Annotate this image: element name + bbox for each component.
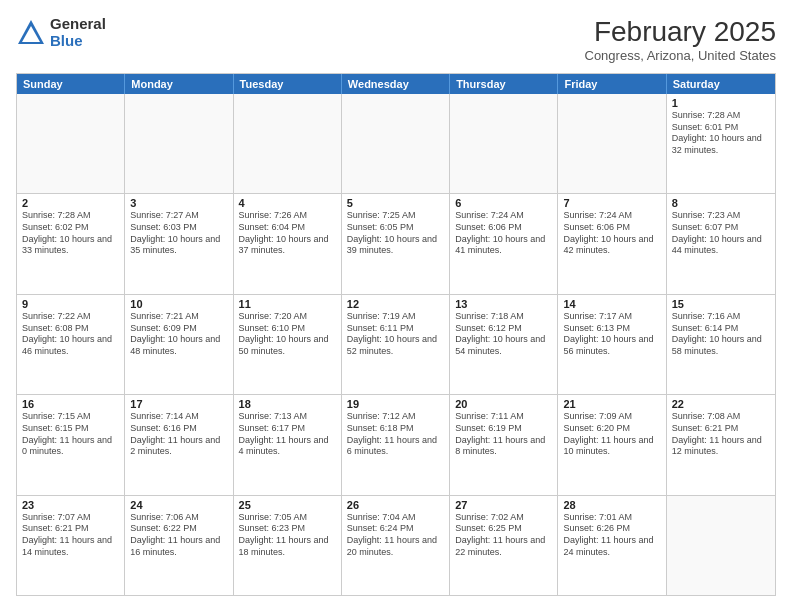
cal-cell-3-2: 18Sunrise: 7:13 AM Sunset: 6:17 PM Dayli… (234, 395, 342, 494)
cal-cell-1-1: 3Sunrise: 7:27 AM Sunset: 6:03 PM Daylig… (125, 194, 233, 293)
cal-cell-4-5: 28Sunrise: 7:01 AM Sunset: 6:26 PM Dayli… (558, 496, 666, 595)
day-num-28: 28 (563, 499, 660, 511)
title-block: February 2025 Congress, Arizona, United … (585, 16, 777, 63)
day-num-16: 16 (22, 398, 119, 410)
day-text-15: Sunrise: 7:16 AM Sunset: 6:14 PM Dayligh… (672, 311, 770, 358)
cal-cell-2-6: 15Sunrise: 7:16 AM Sunset: 6:14 PM Dayli… (667, 295, 775, 394)
day-text-14: Sunrise: 7:17 AM Sunset: 6:13 PM Dayligh… (563, 311, 660, 358)
day-text-28: Sunrise: 7:01 AM Sunset: 6:26 PM Dayligh… (563, 512, 660, 559)
day-num-8: 8 (672, 197, 770, 209)
header-thursday: Thursday (450, 74, 558, 94)
day-num-10: 10 (130, 298, 227, 310)
day-text-20: Sunrise: 7:11 AM Sunset: 6:19 PM Dayligh… (455, 411, 552, 458)
cal-cell-1-6: 8Sunrise: 7:23 AM Sunset: 6:07 PM Daylig… (667, 194, 775, 293)
day-num-26: 26 (347, 499, 444, 511)
header-monday: Monday (125, 74, 233, 94)
cal-cell-0-3 (342, 94, 450, 193)
cal-cell-2-3: 12Sunrise: 7:19 AM Sunset: 6:11 PM Dayli… (342, 295, 450, 394)
day-num-12: 12 (347, 298, 444, 310)
day-num-27: 27 (455, 499, 552, 511)
cal-cell-3-6: 22Sunrise: 7:08 AM Sunset: 6:21 PM Dayli… (667, 395, 775, 494)
day-num-17: 17 (130, 398, 227, 410)
day-num-20: 20 (455, 398, 552, 410)
calendar-body: 1Sunrise: 7:28 AM Sunset: 6:01 PM Daylig… (17, 94, 775, 595)
day-text-9: Sunrise: 7:22 AM Sunset: 6:08 PM Dayligh… (22, 311, 119, 358)
day-num-7: 7 (563, 197, 660, 209)
day-num-24: 24 (130, 499, 227, 511)
day-text-16: Sunrise: 7:15 AM Sunset: 6:15 PM Dayligh… (22, 411, 119, 458)
day-text-26: Sunrise: 7:04 AM Sunset: 6:24 PM Dayligh… (347, 512, 444, 559)
day-num-5: 5 (347, 197, 444, 209)
header-tuesday: Tuesday (234, 74, 342, 94)
day-text-21: Sunrise: 7:09 AM Sunset: 6:20 PM Dayligh… (563, 411, 660, 458)
day-text-3: Sunrise: 7:27 AM Sunset: 6:03 PM Dayligh… (130, 210, 227, 257)
day-text-25: Sunrise: 7:05 AM Sunset: 6:23 PM Dayligh… (239, 512, 336, 559)
day-num-9: 9 (22, 298, 119, 310)
cal-cell-0-5 (558, 94, 666, 193)
week-row-3: 9Sunrise: 7:22 AM Sunset: 6:08 PM Daylig… (17, 294, 775, 394)
day-num-19: 19 (347, 398, 444, 410)
cal-cell-4-1: 24Sunrise: 7:06 AM Sunset: 6:22 PM Dayli… (125, 496, 233, 595)
cal-cell-3-5: 21Sunrise: 7:09 AM Sunset: 6:20 PM Dayli… (558, 395, 666, 494)
day-num-25: 25 (239, 499, 336, 511)
cal-cell-1-2: 4Sunrise: 7:26 AM Sunset: 6:04 PM Daylig… (234, 194, 342, 293)
day-num-21: 21 (563, 398, 660, 410)
day-text-24: Sunrise: 7:06 AM Sunset: 6:22 PM Dayligh… (130, 512, 227, 559)
cal-cell-4-4: 27Sunrise: 7:02 AM Sunset: 6:25 PM Dayli… (450, 496, 558, 595)
cal-cell-4-0: 23Sunrise: 7:07 AM Sunset: 6:21 PM Dayli… (17, 496, 125, 595)
day-text-23: Sunrise: 7:07 AM Sunset: 6:21 PM Dayligh… (22, 512, 119, 559)
logo-icon (16, 18, 46, 48)
day-text-10: Sunrise: 7:21 AM Sunset: 6:09 PM Dayligh… (130, 311, 227, 358)
day-num-14: 14 (563, 298, 660, 310)
cal-cell-3-0: 16Sunrise: 7:15 AM Sunset: 6:15 PM Dayli… (17, 395, 125, 494)
calendar: Sunday Monday Tuesday Wednesday Thursday… (16, 73, 776, 596)
logo-text: General Blue (50, 16, 106, 49)
week-row-2: 2Sunrise: 7:28 AM Sunset: 6:02 PM Daylig… (17, 193, 775, 293)
cal-cell-1-0: 2Sunrise: 7:28 AM Sunset: 6:02 PM Daylig… (17, 194, 125, 293)
cal-cell-4-6 (667, 496, 775, 595)
cal-cell-0-1 (125, 94, 233, 193)
day-text-27: Sunrise: 7:02 AM Sunset: 6:25 PM Dayligh… (455, 512, 552, 559)
logo-blue-label: Blue (50, 33, 106, 50)
week-row-5: 23Sunrise: 7:07 AM Sunset: 6:21 PM Dayli… (17, 495, 775, 595)
cal-cell-2-1: 10Sunrise: 7:21 AM Sunset: 6:09 PM Dayli… (125, 295, 233, 394)
day-num-18: 18 (239, 398, 336, 410)
day-text-12: Sunrise: 7:19 AM Sunset: 6:11 PM Dayligh… (347, 311, 444, 358)
day-text-19: Sunrise: 7:12 AM Sunset: 6:18 PM Dayligh… (347, 411, 444, 458)
day-num-2: 2 (22, 197, 119, 209)
header-friday: Friday (558, 74, 666, 94)
calendar-title: February 2025 (585, 16, 777, 48)
day-num-22: 22 (672, 398, 770, 410)
day-num-1: 1 (672, 97, 770, 109)
day-num-3: 3 (130, 197, 227, 209)
day-num-15: 15 (672, 298, 770, 310)
cal-cell-3-3: 19Sunrise: 7:12 AM Sunset: 6:18 PM Dayli… (342, 395, 450, 494)
cal-cell-2-2: 11Sunrise: 7:20 AM Sunset: 6:10 PM Dayli… (234, 295, 342, 394)
cal-cell-4-3: 26Sunrise: 7:04 AM Sunset: 6:24 PM Dayli… (342, 496, 450, 595)
header-sunday: Sunday (17, 74, 125, 94)
cal-cell-0-6: 1Sunrise: 7:28 AM Sunset: 6:01 PM Daylig… (667, 94, 775, 193)
logo-general-label: General (50, 16, 106, 33)
cal-cell-1-4: 6Sunrise: 7:24 AM Sunset: 6:06 PM Daylig… (450, 194, 558, 293)
cal-cell-4-2: 25Sunrise: 7:05 AM Sunset: 6:23 PM Dayli… (234, 496, 342, 595)
header-wednesday: Wednesday (342, 74, 450, 94)
week-row-4: 16Sunrise: 7:15 AM Sunset: 6:15 PM Dayli… (17, 394, 775, 494)
cal-cell-3-1: 17Sunrise: 7:14 AM Sunset: 6:16 PM Dayli… (125, 395, 233, 494)
day-text-4: Sunrise: 7:26 AM Sunset: 6:04 PM Dayligh… (239, 210, 336, 257)
cal-cell-2-4: 13Sunrise: 7:18 AM Sunset: 6:12 PM Dayli… (450, 295, 558, 394)
day-text-11: Sunrise: 7:20 AM Sunset: 6:10 PM Dayligh… (239, 311, 336, 358)
cal-cell-0-4 (450, 94, 558, 193)
calendar-subtitle: Congress, Arizona, United States (585, 48, 777, 63)
day-num-13: 13 (455, 298, 552, 310)
cal-cell-1-3: 5Sunrise: 7:25 AM Sunset: 6:05 PM Daylig… (342, 194, 450, 293)
cal-cell-0-0 (17, 94, 125, 193)
day-text-5: Sunrise: 7:25 AM Sunset: 6:05 PM Dayligh… (347, 210, 444, 257)
day-text-22: Sunrise: 7:08 AM Sunset: 6:21 PM Dayligh… (672, 411, 770, 458)
header-saturday: Saturday (667, 74, 775, 94)
day-text-13: Sunrise: 7:18 AM Sunset: 6:12 PM Dayligh… (455, 311, 552, 358)
day-num-11: 11 (239, 298, 336, 310)
day-text-8: Sunrise: 7:23 AM Sunset: 6:07 PM Dayligh… (672, 210, 770, 257)
week-row-1: 1Sunrise: 7:28 AM Sunset: 6:01 PM Daylig… (17, 94, 775, 193)
day-text-1: Sunrise: 7:28 AM Sunset: 6:01 PM Dayligh… (672, 110, 770, 157)
logo: General Blue (16, 16, 106, 49)
